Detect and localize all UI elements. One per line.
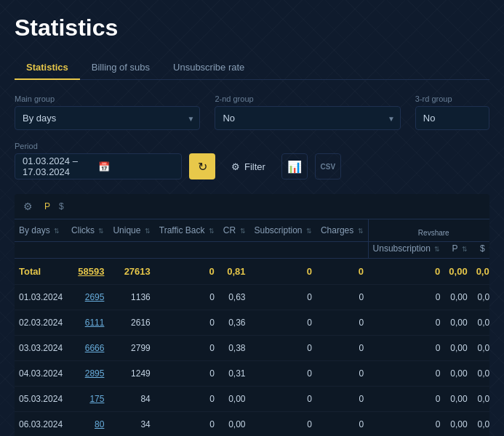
period-value: 01.03.2024 – 17.03.2024	[23, 156, 98, 177]
csv-button[interactable]: CSV	[315, 153, 341, 179]
sort-icon-dollar: ⇅	[489, 246, 489, 253]
row-cr: 0,36	[219, 310, 250, 336]
row-unique: 84	[108, 387, 154, 412]
col-unique[interactable]: Unique ⇅	[108, 219, 154, 242]
row-traffic_back: 0	[155, 387, 219, 412]
period-input-wrapper[interactable]: 01.03.2024 – 17.03.2024 📅	[15, 153, 182, 179]
currency-p-button[interactable]: P	[41, 200, 53, 213]
total-traffic-back: 0	[155, 259, 219, 285]
row-clicks[interactable]: 6666	[67, 336, 108, 361]
total-charges: 0	[316, 259, 368, 285]
revshare-header: Revshare	[368, 219, 489, 242]
currency-buttons: P $	[41, 200, 67, 213]
third-group-select[interactable]: No	[415, 106, 489, 130]
sort-icon-charges: ⇅	[358, 227, 364, 235]
row-unique: 34	[108, 412, 154, 437]
col-traffic-back[interactable]: Traffic Back ⇅	[155, 219, 219, 242]
row-charges: 0	[316, 387, 368, 412]
revshare-sub-header-row: Unsubscription ⇅ P ⇅ $ ⇅	[15, 242, 489, 259]
col-dollar[interactable]: $ ⇅	[472, 242, 489, 259]
row-charges: 0	[316, 361, 368, 387]
row-cr: 0,38	[219, 336, 250, 361]
currency-dollar-button[interactable]: $	[56, 200, 67, 213]
second-group-field: 2-nd group No ▼	[215, 94, 400, 130]
row-clicks[interactable]: 6111	[67, 310, 108, 336]
row-subscription: 0	[250, 412, 316, 437]
sort-icon-by-days: ⇅	[54, 227, 60, 235]
chart-icon-button[interactable]: 📊	[281, 153, 308, 179]
table-row: 04.03.20242895124900,310000,000,009	[15, 361, 489, 387]
row-dollar: 0,00	[472, 412, 489, 437]
row-subscription: 0	[250, 336, 316, 361]
tabs-bar: Statistics Billing of subs Unsubscribe r…	[15, 56, 489, 80]
tab-unsubscribe[interactable]: Unsubscribe rate	[161, 56, 256, 80]
row-p: 0,00	[444, 336, 471, 361]
col-unsubscription[interactable]: Unsubscription ⇅	[368, 242, 444, 259]
second-group-select-wrapper: No ▼	[215, 106, 400, 130]
row-charges: 0	[316, 412, 368, 437]
sort-icon-subscription: ⇅	[306, 227, 312, 235]
second-group-label: 2-nd group	[215, 94, 400, 103]
sort-icon-unique: ⇅	[145, 227, 151, 235]
row-p: 0,00	[444, 387, 471, 412]
table-row: 02.03.20246111261600,360000,000,0022	[15, 310, 489, 336]
col-clicks[interactable]: Clicks ⇅	[67, 219, 108, 242]
table-row: 06.03.2024803400,000000,000,000	[15, 412, 489, 437]
row-dollar: 0,00	[472, 387, 489, 412]
table-row: 03.03.20246666279900,380000,000,0025	[15, 336, 489, 361]
sort-icon-p: ⇅	[462, 246, 468, 253]
page-title: Statistics	[15, 15, 489, 41]
third-group-field: 3-rd group No	[415, 94, 489, 130]
total-subscription: 0	[250, 259, 316, 285]
total-row: Total 58593 27613 0 0,81 0 0 0 0,00 0,00…	[15, 259, 489, 285]
row-unique: 2799	[108, 336, 154, 361]
row-unique: 1136	[108, 285, 154, 310]
row-subscription: 0	[250, 387, 316, 412]
row-cr: 0,00	[219, 387, 250, 412]
statistics-table-section: ⚙ P $ By days ⇅ Clicks ⇅ Uniq	[15, 194, 489, 436]
row-p: 0,00	[444, 285, 471, 310]
row-by_days: 06.03.2024	[15, 412, 67, 437]
row-cr: 0,00	[219, 412, 250, 437]
groups-row: Main group By days By weeks By months ▼ …	[15, 94, 489, 130]
table-row: 05.03.20241758400,000000,000,000	[15, 387, 489, 412]
row-unsubscription: 0	[368, 285, 444, 310]
row-clicks[interactable]: 2895	[67, 361, 108, 387]
row-unique: 2616	[108, 310, 154, 336]
row-clicks[interactable]: 2695	[67, 285, 108, 310]
row-unsubscription: 0	[368, 387, 444, 412]
period-label: Period	[15, 142, 182, 150]
row-by_days: 05.03.2024	[15, 387, 67, 412]
row-unsubscription: 0	[368, 310, 444, 336]
table-toolbar: ⚙ P $	[15, 194, 489, 219]
total-cr: 0,81	[219, 259, 250, 285]
main-group-select[interactable]: By days By weeks By months	[15, 106, 200, 130]
filter-icon: ⚙	[231, 161, 240, 172]
row-clicks[interactable]: 80	[67, 412, 108, 437]
row-dollar: 0,00	[472, 336, 489, 361]
col-by-days[interactable]: By days ⇅	[15, 219, 67, 242]
col-cr[interactable]: CR ⇅	[219, 219, 250, 242]
col-p[interactable]: P ⇅	[444, 242, 471, 259]
col-subscription[interactable]: Subscription ⇅	[250, 219, 316, 242]
sort-icon-cr: ⇅	[240, 227, 246, 235]
main-group-field: Main group By days By weeks By months ▼	[15, 94, 200, 130]
row-by_days: 01.03.2024	[15, 285, 67, 310]
tab-statistics[interactable]: Statistics	[15, 56, 80, 80]
total-clicks[interactable]: 58593	[67, 259, 108, 285]
second-group-select[interactable]: No	[215, 106, 400, 130]
row-traffic_back: 0	[155, 336, 219, 361]
table-settings-icon[interactable]: ⚙	[23, 201, 33, 212]
row-traffic_back: 0	[155, 361, 219, 387]
row-dollar: 0,00	[472, 361, 489, 387]
row-clicks[interactable]: 175	[67, 387, 108, 412]
row-traffic_back: 0	[155, 310, 219, 336]
tab-billing[interactable]: Billing of subs	[80, 56, 161, 80]
col-charges[interactable]: Charges ⇅	[316, 219, 368, 242]
filter-button[interactable]: ⚙ Filter	[223, 153, 274, 179]
total-label: Total	[15, 259, 67, 285]
total-unique: 27613	[108, 259, 154, 285]
row-p: 0,00	[444, 412, 471, 437]
refresh-button[interactable]: ↻	[189, 153, 215, 179]
calendar-icon[interactable]: 📅	[98, 161, 174, 172]
